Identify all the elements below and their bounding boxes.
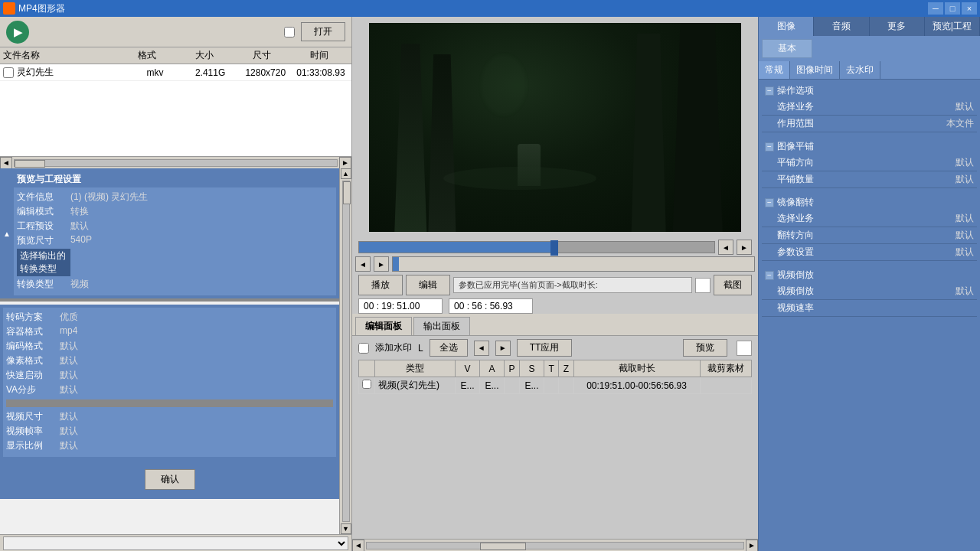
- wm-next-btn[interactable]: ►: [495, 341, 511, 356]
- bottom-scroll-right[interactable]: ►: [746, 540, 758, 552]
- timeline-bar[interactable]: [392, 256, 755, 272]
- setting-row-fileinfo: 文件信息 (1) (视频) 灵幻先生: [17, 191, 333, 204]
- encode-divider: [6, 399, 333, 407]
- bottom-scroll-track[interactable]: [366, 542, 744, 549]
- wm-prev-btn[interactable]: ◄: [474, 341, 489, 356]
- open-button[interactable]: 打开: [301, 22, 345, 41]
- table-row[interactable]: 视频(灵幻先生) E... E... E... 00:19:51.00-00:5…: [359, 377, 752, 394]
- close-button[interactable]: ×: [962, 2, 977, 15]
- right-tab-preview[interactable]: 预览|工程: [925, 17, 980, 36]
- center-hscroll[interactable]: ◄ ►: [352, 539, 758, 551]
- right-tab-audio[interactable]: 音频: [814, 17, 869, 36]
- section-tile: − 图像平铺 平铺方向 默认 平铺数量 默认: [759, 135, 980, 191]
- prop-label-reverse-play: 视频倒放: [777, 285, 913, 298]
- figure: [518, 144, 541, 186]
- encode-label-va: VA分步: [6, 383, 60, 396]
- watermark-preview-button[interactable]: 预览: [683, 339, 727, 357]
- section-tile-header[interactable]: − 图像平铺: [762, 139, 977, 155]
- encode-label-vidsize: 视频尺寸: [6, 410, 60, 423]
- section-reverse: − 视频倒放 视频倒放 默认 视频速率: [759, 264, 980, 320]
- status-message: 参数已应用完毕(当前页面->截取时长:: [453, 277, 692, 293]
- encode-row-codec: 编码格式 默认: [6, 340, 333, 353]
- row-z: [559, 377, 573, 394]
- end-time-input[interactable]: 00 : 56 : 56.93: [449, 298, 533, 314]
- tab-output[interactable]: 输出面板: [413, 317, 470, 335]
- prop-value-vidspeed: [913, 302, 974, 315]
- tree-right-2: [673, 23, 723, 232]
- time-inputs: 00 : 19: 51.00 00 : 56 : 56.93: [352, 298, 758, 314]
- tab-edit[interactable]: 编辑面板: [355, 317, 412, 335]
- edit-button[interactable]: 编辑: [406, 275, 450, 295]
- next-frame-btn[interactable]: ►: [737, 240, 752, 255]
- section-tile-title: 图像平铺: [777, 140, 814, 153]
- setting-value-previewsize: 540P: [70, 234, 333, 247]
- col-size: 大小: [176, 49, 234, 62]
- section-reverse-header[interactable]: − 视频倒放: [762, 267, 977, 283]
- th-t: T: [544, 360, 558, 377]
- vscroll-track[interactable]: [342, 181, 350, 522]
- row-checkbox[interactable]: [359, 377, 375, 394]
- maximize-button[interactable]: □: [945, 2, 960, 15]
- watermark-checkbox[interactable]: [358, 343, 369, 354]
- playback-row: 播放 编辑 参数已应用完毕(当前页面->截取时长: 截图: [352, 272, 758, 298]
- file-row[interactable]: 灵幻先生 mkv 2.411G 980x551 01:33:08.93: [0, 64, 351, 81]
- title-bar-controls: ─ □ ×: [928, 2, 977, 15]
- prop-label-params: 参数设置: [777, 246, 913, 259]
- main-window: MP4图形器 ─ □ × ▶ 打开 文件名称 格式 大小: [0, 0, 980, 551]
- tt-apply-button[interactable]: TT应用: [517, 339, 573, 357]
- row-clip: [700, 377, 751, 394]
- bottom-scroll-thumb[interactable]: [480, 543, 526, 550]
- file-row-checkbox[interactable]: [3, 67, 14, 78]
- prop-value-params: 默认: [913, 246, 974, 259]
- row-v: E...: [456, 377, 480, 394]
- row-duration: 00:19:51.00-00:56:56.93: [573, 377, 700, 394]
- scroll-track[interactable]: [14, 159, 338, 167]
- settings-vscroll[interactable]: ▲ ▼: [339, 168, 351, 534]
- prev-frame-btn[interactable]: ◄: [718, 240, 733, 255]
- prop-value-tiledirection: 默认: [913, 156, 974, 169]
- wm-indicator: [737, 341, 752, 356]
- section-operations-header[interactable]: − 操作选项: [762, 83, 977, 99]
- encode-row-vidsize: 视频尺寸 默认: [6, 410, 333, 423]
- select-all-button[interactable]: 全选: [430, 339, 468, 357]
- bottom-scroll-left[interactable]: ◄: [352, 540, 364, 552]
- scroll-thumb[interactable]: [15, 160, 45, 168]
- file-checkbox-top[interactable]: [284, 27, 295, 37]
- start-time-input[interactable]: 00 : 19: 51.00: [358, 298, 443, 314]
- timeline-prev-btn[interactable]: ◄: [355, 256, 371, 272]
- video-progress-bar[interactable]: [358, 241, 715, 253]
- collapse-reverse[interactable]: −: [765, 271, 774, 280]
- right-option-time[interactable]: 图像时间: [790, 61, 840, 79]
- right-option-normal[interactable]: 常规: [759, 61, 790, 79]
- row-t: [544, 377, 558, 394]
- confirm-area: 确认: [0, 460, 339, 499]
- scroll-right-btn[interactable]: ►: [339, 157, 351, 169]
- prop-label-tilecount: 平铺数量: [777, 173, 913, 186]
- base-button[interactable]: 基本: [762, 39, 812, 58]
- right-option-watermark[interactable]: 去水印: [840, 61, 880, 79]
- title-bar-left: MP4图形器: [3, 2, 65, 15]
- section-mirror-header[interactable]: − 镜像翻转: [762, 194, 977, 210]
- confirm-button[interactable]: 确认: [145, 469, 195, 490]
- encode-value-vidfps: 默认: [60, 425, 333, 438]
- play-button[interactable]: 播放: [358, 275, 403, 295]
- scroll-left-btn[interactable]: ◄: [0, 157, 12, 169]
- collapse-operations[interactable]: −: [765, 86, 774, 96]
- prop-label-business: 选择业务: [777, 100, 913, 113]
- right-tab-image[interactable]: 图像: [759, 17, 814, 36]
- prop-row-scope: 作用范围 本文件: [762, 116, 977, 132]
- settings-scroll-up[interactable]: ▲: [3, 230, 11, 238]
- vscroll-up-btn[interactable]: ▲: [341, 168, 351, 179]
- right-tab-more[interactable]: 更多: [870, 17, 925, 36]
- file-list-scrollbar[interactable]: ◄ ►: [0, 156, 351, 168]
- collapse-mirror[interactable]: −: [765, 198, 774, 207]
- minimize-button[interactable]: ─: [928, 2, 943, 15]
- vscroll-thumb[interactable]: [343, 181, 351, 204]
- capture-button[interactable]: 截图: [714, 275, 752, 295]
- bottom-select[interactable]: [3, 536, 348, 550]
- vscroll-down-btn[interactable]: ▼: [341, 523, 351, 534]
- row-check[interactable]: [362, 380, 371, 389]
- collapse-tile[interactable]: −: [765, 142, 774, 152]
- timeline-row: ◄ ►: [352, 256, 758, 272]
- timeline-next-btn[interactable]: ►: [374, 256, 389, 272]
